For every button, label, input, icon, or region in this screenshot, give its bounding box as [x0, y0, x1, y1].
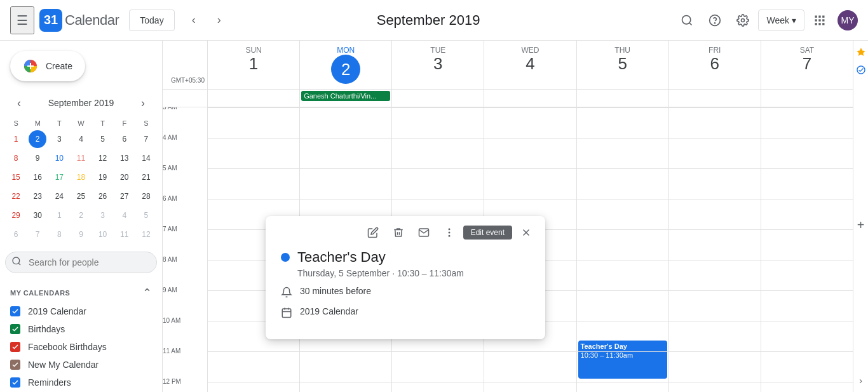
- time-grid-cell[interactable]: [299, 168, 391, 199]
- mini-cal-day[interactable]: 6: [116, 130, 133, 148]
- calendar-item[interactable]: Facebook Birthdays: [0, 338, 157, 356]
- time-grid-cell[interactable]: [391, 107, 484, 138]
- time-grid-cell[interactable]: [576, 290, 668, 321]
- mini-cal-day[interactable]: 20: [116, 168, 133, 186]
- calendar-item[interactable]: 2019 Calendar: [0, 302, 157, 320]
- mini-cal-day[interactable]: 8: [7, 149, 25, 167]
- time-grid-cell[interactable]: [761, 168, 853, 199]
- time-grid-cell[interactable]: [761, 351, 853, 382]
- day-header-fri[interactable]: FRI 6: [668, 41, 761, 89]
- mini-cal-day[interactable]: 10: [94, 226, 112, 243]
- time-grid-cell[interactable]: [761, 321, 853, 351]
- time-grid-cell[interactable]: [576, 168, 668, 199]
- apps-button[interactable]: [807, 8, 832, 33]
- calendar-checkbox[interactable]: [10, 360, 20, 370]
- mini-cal-next[interactable]: ›: [134, 94, 152, 112]
- time-grid-cell[interactable]: [391, 138, 484, 168]
- time-grid-cell[interactable]: [668, 260, 761, 290]
- mini-cal-day[interactable]: 3: [94, 206, 112, 224]
- mini-cal-day[interactable]: 7: [137, 130, 155, 148]
- popup-email-button[interactable]: [412, 221, 435, 244]
- mini-cal-day[interactable]: 8: [50, 226, 68, 243]
- time-grid-cell[interactable]: [207, 351, 299, 382]
- time-grid-cell[interactable]: [299, 382, 391, 392]
- help-button[interactable]: [702, 8, 728, 33]
- mini-cal-day[interactable]: 7: [29, 226, 46, 243]
- avatar[interactable]: MY: [837, 10, 858, 30]
- popup-edit-pencil-button[interactable]: [362, 221, 384, 244]
- time-grid-cell[interactable]: [761, 199, 853, 229]
- time-grid-cell[interactable]: [576, 260, 668, 290]
- search-button[interactable]: [674, 8, 700, 33]
- calendar-checkbox[interactable]: [10, 306, 20, 316]
- mini-cal-day[interactable]: 12: [94, 149, 112, 167]
- time-grid-cell[interactable]: [299, 351, 391, 382]
- time-grid-cell[interactable]: [484, 107, 576, 138]
- calendar-item[interactable]: Birthdays: [0, 320, 157, 338]
- mini-cal-day[interactable]: 3: [50, 130, 68, 148]
- create-button[interactable]: Create: [10, 51, 85, 81]
- calendar-checkbox[interactable]: [10, 377, 20, 388]
- mini-cal-day[interactable]: 23: [29, 187, 46, 205]
- time-grid-cell[interactable]: [576, 229, 668, 260]
- mini-cal-day[interactable]: 6: [7, 226, 25, 243]
- ganesh-chaturthi-event[interactable]: Ganesh Chaturthi/Vin...: [301, 91, 390, 101]
- day-header-wed[interactable]: WED 4: [484, 41, 576, 89]
- time-grid-cell[interactable]: [484, 382, 576, 392]
- mini-cal-day[interactable]: 24: [50, 187, 68, 205]
- calendar-checkbox[interactable]: [10, 324, 20, 334]
- mini-cal-day[interactable]: 22: [7, 187, 25, 205]
- time-grid-cell[interactable]: [391, 168, 484, 199]
- time-grid-cell[interactable]: [207, 168, 299, 199]
- time-grid-cell[interactable]: [668, 290, 761, 321]
- time-grid-cell[interactable]: [484, 168, 576, 199]
- time-grid-cell[interactable]: [668, 107, 761, 138]
- time-grid-cell[interactable]: [391, 382, 484, 392]
- time-grid-cell[interactable]: [299, 138, 391, 168]
- settings-button[interactable]: [730, 8, 756, 33]
- time-grid-cell[interactable]: [576, 382, 668, 392]
- time-grid-cell[interactable]: [484, 138, 576, 168]
- mini-cal-day[interactable]: 5: [137, 206, 155, 224]
- popup-delete-button[interactable]: [387, 221, 410, 244]
- mini-cal-day[interactable]: 18: [72, 168, 90, 186]
- day-header-mon[interactable]: MON 2: [299, 41, 391, 89]
- mini-cal-day[interactable]: 1: [50, 206, 68, 224]
- mini-cal-day[interactable]: 25: [72, 187, 90, 205]
- right-panel-icon-1[interactable]: [855, 46, 867, 58]
- time-grid-cell[interactable]: [391, 351, 484, 382]
- mini-cal-day[interactable]: 11: [72, 149, 90, 167]
- day-header-sat[interactable]: SAT 7: [761, 41, 853, 89]
- view-selector[interactable]: Week ▾: [758, 10, 804, 31]
- time-grid-cell[interactable]: [576, 351, 668, 382]
- edit-event-button[interactable]: Edit event: [463, 226, 512, 240]
- time-grid-cell[interactable]: [761, 260, 853, 290]
- time-grid-cell[interactable]: [668, 199, 761, 229]
- time-grid-cell[interactable]: [576, 199, 668, 229]
- time-grid-cell[interactable]: [207, 382, 299, 392]
- calendar-item[interactable]: New My Calendar: [0, 356, 157, 374]
- mini-cal-day[interactable]: 10: [50, 149, 68, 167]
- time-grid-cell[interactable]: [668, 168, 761, 199]
- mini-cal-day[interactable]: 19: [94, 168, 112, 186]
- calendar-checkbox[interactable]: [10, 342, 20, 352]
- time-grid-cell[interactable]: [576, 138, 668, 168]
- time-grid-cell[interactable]: [761, 290, 853, 321]
- time-grid-cell[interactable]: [761, 382, 853, 392]
- popup-more-button[interactable]: [438, 221, 461, 244]
- hamburger-button[interactable]: ☰: [10, 6, 34, 34]
- time-grid-cell[interactable]: [299, 107, 391, 138]
- mini-cal-day[interactable]: 13: [116, 149, 133, 167]
- mini-cal-day[interactable]: 16: [29, 168, 46, 186]
- time-grid-cell[interactable]: [668, 229, 761, 260]
- mini-cal-day[interactable]: 4: [72, 130, 90, 148]
- day-header-sun[interactable]: SUN 1: [207, 41, 299, 89]
- time-grid-cell[interactable]: [761, 107, 853, 138]
- time-grid-cell[interactable]: [668, 138, 761, 168]
- time-grid-cell[interactable]: [668, 382, 761, 392]
- day-header-tue[interactable]: TUE 3: [391, 41, 484, 89]
- today-button[interactable]: Today: [129, 10, 174, 31]
- mini-cal-day[interactable]: 12: [137, 226, 155, 243]
- right-panel-icon-2[interactable]: [855, 64, 867, 76]
- mini-cal-day[interactable]: 9: [72, 226, 90, 243]
